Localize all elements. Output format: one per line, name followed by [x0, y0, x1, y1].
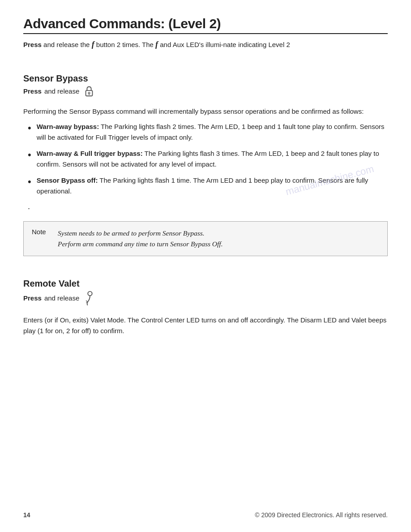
bullet-sensor-off-bold: Sensor Bypass off: [37, 176, 98, 184]
bullet-warn-away-full-text: Warn-away & Full trigger bypass: The Par… [37, 148, 388, 170]
footer-copyright: © 2009 Directed Electronics. All rights … [255, 511, 388, 519]
note-line-1: System needs to be armed to perform Sens… [58, 228, 223, 239]
intro-text3: and Aux LED's illumi-nate indicating Lev… [158, 41, 290, 48]
note-line-2: Perform arm command any time to turn Sen… [58, 239, 223, 249]
page-title: Advanced Commands: (Level 2) [23, 16, 388, 34]
intro-paragraph: Press and release the f button 2 times. … [23, 39, 388, 51]
sensor-bypass-press-bold: Press [23, 87, 42, 95]
remote-valet-press-bold: Press [23, 294, 42, 302]
svg-line-5 [86, 302, 88, 303]
footer-page-number: 14 [23, 511, 30, 519]
valet-key-icon [84, 291, 95, 306]
sensor-bypass-press-text: and release [44, 87, 79, 95]
sensor-bypass-bullet-list: • Warn-away bypass: The Parking lights f… [28, 121, 388, 197]
bullet-sensor-off-text: Sensor Bypass off: The Parking lights fl… [37, 175, 388, 197]
bullet-warn-away-text: Warn-away bypass: The Parking lights fla… [37, 121, 388, 143]
period-line: . [28, 202, 388, 211]
intro-text2: button 2 times. The [94, 41, 155, 48]
sensor-bypass-press-line: Press and release [23, 86, 388, 97]
svg-point-3 [88, 292, 92, 296]
note-label: Note [32, 228, 50, 236]
svg-point-1 [88, 92, 90, 94]
sensor-bypass-title: Sensor Bypass [23, 73, 388, 84]
svg-line-4 [86, 301, 88, 302]
intro-text1: and release the [42, 41, 92, 48]
bullet-dot-3: • [28, 174, 31, 189]
remote-valet-press-line: Press and release [23, 291, 388, 306]
remote-valet-press-text: and release [44, 294, 79, 302]
sensor-bypass-body: Performing the Sensor Bypass command wil… [23, 106, 388, 117]
bullet-warn-away: • Warn-away bypass: The Parking lights f… [28, 121, 388, 143]
bullet-warn-away-full-bold: Warn-away & Full trigger bypass: [37, 150, 143, 157]
bullet-warn-away-bold: Warn-away bypass: [37, 123, 99, 130]
bullet-sensor-off: • Sensor Bypass off: The Parking lights … [28, 175, 388, 197]
intro-press: Press [23, 41, 42, 48]
footer: 14 © 2009 Directed Electronics. All righ… [23, 511, 388, 519]
bullet-warn-away-full: • Warn-away & Full trigger bypass: The P… [28, 148, 388, 170]
lock-icon [84, 86, 94, 97]
svg-rect-0 [86, 90, 93, 96]
remote-valet-body: Enters (or if On, exits) Valet Mode. The… [23, 315, 388, 336]
note-box: Note System needs to be armed to perform… [23, 221, 388, 256]
bullet-dot-1: • [28, 120, 31, 136]
note-content: System needs to be armed to perform Sens… [58, 228, 223, 249]
remote-valet-title: Remote Valet [23, 279, 388, 289]
bullet-dot-2: • [28, 147, 31, 163]
